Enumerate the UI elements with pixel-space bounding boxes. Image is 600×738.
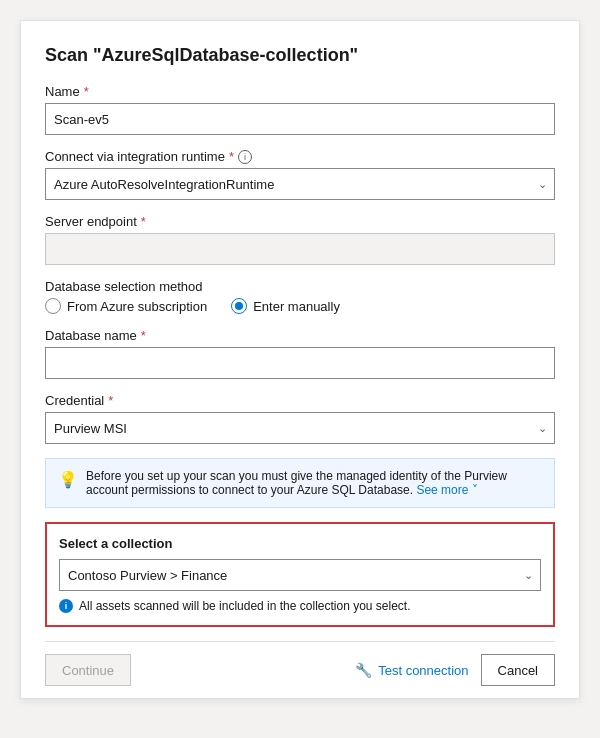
server-endpoint-required: * [141, 214, 146, 229]
radio-from-azure[interactable]: From Azure subscription [45, 298, 207, 314]
radio-enter-manually-label: Enter manually [253, 299, 340, 314]
info-box: 💡 Before you set up your scan you must g… [45, 458, 555, 508]
credential-select-wrapper: Purview MSI ⌄ [45, 412, 555, 444]
collection-section-title: Select a collection [59, 536, 541, 551]
panel-title: Scan "AzureSqlDatabase-collection" [45, 45, 555, 66]
collection-info: i All assets scanned will be included in… [59, 599, 541, 613]
test-connection-label: Test connection [378, 663, 468, 678]
collection-section: Select a collection Contoso Purview > Fi… [45, 522, 555, 627]
name-field-group: Name * [45, 84, 555, 135]
see-more-chevron-icon: ˅ [472, 483, 478, 497]
info-box-text: Before you set up your scan you must giv… [86, 469, 542, 497]
database-name-label: Database name * [45, 328, 555, 343]
radio-from-azure-label: From Azure subscription [67, 299, 207, 314]
database-selection-label: Database selection method [45, 279, 555, 294]
database-name-input[interactable] [45, 347, 555, 379]
continue-button[interactable]: Continue [45, 654, 131, 686]
test-connection-icon: 🔧 [355, 662, 372, 678]
name-required: * [84, 84, 89, 99]
credential-select[interactable]: Purview MSI [45, 412, 555, 444]
test-connection-button[interactable]: 🔧 Test connection [355, 662, 468, 678]
name-input[interactable] [45, 103, 555, 135]
server-endpoint-field-group: Server endpoint * [45, 214, 555, 265]
integration-runtime-field-group: Connect via integration runtime * i Azur… [45, 149, 555, 200]
see-more-link[interactable]: See more ˅ [416, 483, 477, 497]
footer-right: 🔧 Test connection Cancel [355, 654, 555, 686]
radio-enter-manually[interactable]: Enter manually [231, 298, 340, 314]
credential-field-group: Credential * Purview MSI ⌄ [45, 393, 555, 444]
radio-enter-manually-outer [231, 298, 247, 314]
integration-runtime-select-wrapper: Azure AutoResolveIntegrationRuntime ⌄ [45, 168, 555, 200]
integration-runtime-select[interactable]: Azure AutoResolveIntegrationRuntime [45, 168, 555, 200]
collection-select[interactable]: Contoso Purview > Finance [59, 559, 541, 591]
integration-runtime-info-icon[interactable]: i [238, 150, 252, 164]
bulb-icon: 💡 [58, 470, 78, 489]
database-name-required: * [141, 328, 146, 343]
radio-from-azure-outer [45, 298, 61, 314]
collection-info-icon: i [59, 599, 73, 613]
credential-label: Credential * [45, 393, 555, 408]
integration-runtime-label: Connect via integration runtime * i [45, 149, 555, 164]
server-endpoint-input[interactable] [45, 233, 555, 265]
credential-required: * [108, 393, 113, 408]
database-selection-radio-group: From Azure subscription Enter manually [45, 298, 555, 314]
name-label: Name * [45, 84, 555, 99]
collection-select-wrapper: Contoso Purview > Finance ⌄ [59, 559, 541, 591]
scan-panel: Scan "AzureSqlDatabase-collection" Name … [20, 20, 580, 699]
server-endpoint-label: Server endpoint * [45, 214, 555, 229]
integration-runtime-required: * [229, 149, 234, 164]
database-name-field-group: Database name * [45, 328, 555, 379]
cancel-button[interactable]: Cancel [481, 654, 555, 686]
collection-info-text: All assets scanned will be included in t… [79, 599, 411, 613]
database-selection-field-group: Database selection method From Azure sub… [45, 279, 555, 314]
footer: Continue 🔧 Test connection Cancel [45, 641, 555, 698]
radio-enter-manually-inner [235, 302, 243, 310]
